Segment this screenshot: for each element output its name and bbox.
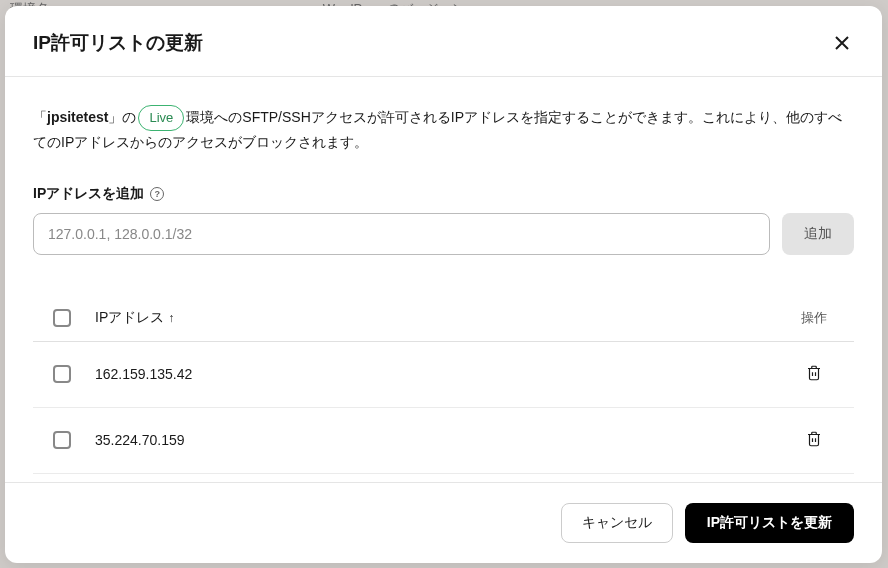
submit-button[interactable]: IP許可リストを更新 bbox=[685, 503, 854, 543]
desc-after-site: 」の bbox=[108, 109, 136, 125]
table-row: 35.224.70.159 bbox=[33, 408, 854, 474]
modal-header: IP許可リストの更新 bbox=[5, 6, 882, 77]
ip-address-cell: 35.224.70.159 bbox=[95, 432, 794, 448]
select-all-checkbox[interactable] bbox=[53, 309, 71, 327]
add-button[interactable]: 追加 bbox=[782, 213, 854, 255]
modal-description: 「jpsitetest」のLive環境へのSFTP/SSHアクセスが許可されるI… bbox=[33, 105, 854, 155]
modal-body: 「jpsitetest」のLive環境へのSFTP/SSHアクセスが許可されるI… bbox=[5, 77, 882, 482]
modal-dialog: IP許可リストの更新 「jpsitetest」のLive環境へのSFTP/SSH… bbox=[5, 6, 882, 563]
site-name: jpsitetest bbox=[47, 109, 108, 125]
row-checkbox[interactable] bbox=[53, 431, 71, 449]
delete-button[interactable] bbox=[801, 360, 827, 389]
delete-button[interactable] bbox=[801, 426, 827, 455]
cancel-button[interactable]: キャンセル bbox=[561, 503, 673, 543]
row-checkbox[interactable] bbox=[53, 365, 71, 383]
input-row: 追加 bbox=[33, 213, 854, 255]
sort-ascending-icon: ↑ bbox=[168, 311, 174, 325]
environment-badge: Live bbox=[138, 105, 184, 131]
ip-address-input[interactable] bbox=[33, 213, 770, 255]
desc-prefix: 「 bbox=[33, 109, 47, 125]
modal-footer: キャンセル IP許可リストを更新 bbox=[5, 482, 882, 563]
close-icon bbox=[834, 35, 850, 51]
field-label: IPアドレスを追加 ? bbox=[33, 185, 854, 203]
column-header-ip[interactable]: IPアドレス ↑ bbox=[95, 309, 794, 327]
field-label-text: IPアドレスを追加 bbox=[33, 185, 144, 203]
ip-address-cell: 162.159.135.42 bbox=[95, 366, 794, 382]
column-header-ip-text: IPアドレス bbox=[95, 309, 164, 327]
table-row: 162.159.135.42 bbox=[33, 342, 854, 408]
table-header-row: IPアドレス ↑ 操作 bbox=[33, 295, 854, 342]
ip-table: IPアドレス ↑ 操作 162.159.135.42 3 bbox=[33, 295, 854, 474]
modal-title: IP許可リストの更新 bbox=[33, 30, 203, 56]
help-icon[interactable]: ? bbox=[150, 187, 164, 201]
trash-icon bbox=[805, 364, 823, 382]
close-button[interactable] bbox=[830, 31, 854, 55]
column-header-actions: 操作 bbox=[794, 310, 834, 326]
trash-icon bbox=[805, 430, 823, 448]
